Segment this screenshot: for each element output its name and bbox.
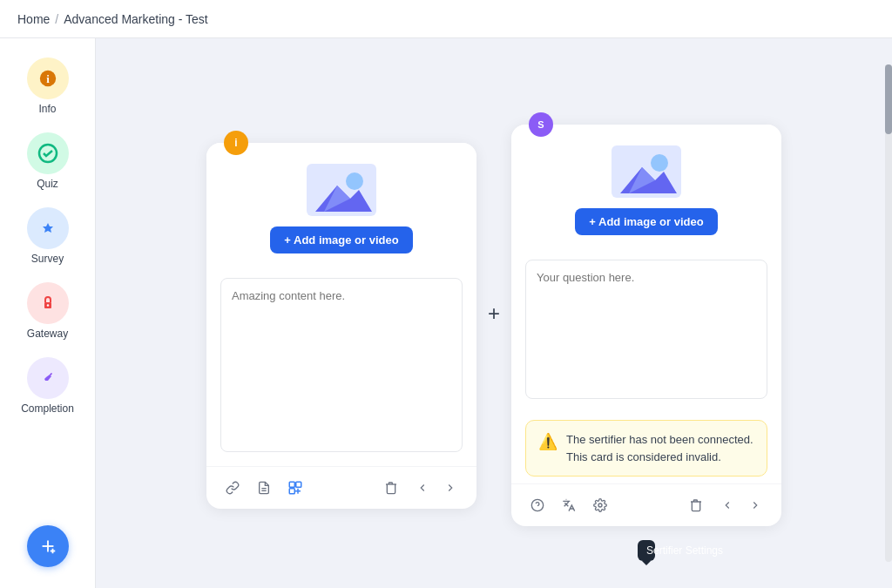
gateway-icon: [27, 282, 69, 324]
info-card-image-placeholder: [307, 164, 376, 216]
info-card-footer: [206, 466, 476, 509]
scrollbar[interactable]: [885, 64, 892, 562]
svg-rect-20: [289, 482, 294, 487]
info-delete-button[interactable]: [379, 476, 403, 500]
sertifier-card-nav: [715, 493, 767, 517]
sertifier-content-textarea[interactable]: [525, 260, 767, 399]
sidebar-item-survey[interactable]: Survey: [10, 202, 86, 270]
link-icon[interactable]: [220, 476, 245, 500]
survey-icon: [27, 207, 69, 249]
main-canvas: i + Add image or video: [96, 38, 892, 588]
help-icon[interactable]: [525, 493, 550, 517]
sertifier-settings-tooltip: Sertifier Settings: [638, 540, 655, 561]
sidebar-item-survey-label: Survey: [31, 253, 64, 265]
sidebar-item-info-label: Info: [38, 103, 56, 115]
sertifier-card-image-area: + Add image or video: [511, 125, 781, 249]
add-element-icon[interactable]: [283, 476, 307, 500]
sertifier-settings-icon[interactable]: [588, 493, 612, 517]
sertifier-card-content: [511, 249, 781, 413]
svg-rect-21: [296, 482, 301, 487]
sertifier-delete-button[interactable]: [684, 493, 708, 517]
svg-point-15: [346, 172, 363, 190]
warning-icon: ⚠️: [538, 432, 558, 451]
info-card-image-area: + Add image or video: [206, 143, 476, 267]
quiz-icon: [27, 132, 69, 174]
pdf-icon[interactable]: [252, 476, 276, 500]
sidebar-item-gateway[interactable]: Gateway: [10, 277, 86, 345]
sidebar-item-completion[interactable]: Completion: [10, 352, 86, 420]
info-card-content: [206, 267, 476, 466]
add-connection-button[interactable]: +: [476, 301, 511, 326]
layout: i Info Quiz Survey: [0, 38, 892, 588]
sidebar-item-gateway-label: Gateway: [27, 328, 68, 340]
translate-icon[interactable]: [557, 493, 581, 517]
info-card: + Add image or video: [206, 143, 476, 509]
info-content-textarea[interactable]: [220, 278, 463, 452]
sertifier-add-media-button[interactable]: + Add image or video: [575, 208, 717, 235]
sidebar-item-completion-label: Completion: [21, 402, 74, 415]
info-prev-button[interactable]: [410, 476, 435, 500]
sertifier-prev-button[interactable]: [715, 493, 740, 517]
sertifier-card-image-placeholder: [612, 145, 681, 198]
add-card-button[interactable]: [27, 525, 69, 567]
svg-text:i: i: [46, 73, 50, 85]
sertifier-warning-box: ⚠️ The sertifier has not been connected.…: [525, 420, 767, 476]
header-separator: /: [55, 12, 58, 26]
svg-point-31: [598, 504, 602, 507]
svg-rect-22: [289, 488, 294, 493]
header-home-link[interactable]: Home: [17, 12, 50, 26]
sidebar-item-info[interactable]: i Info: [10, 52, 86, 120]
info-card-wrapper: i + Add image or video: [206, 131, 476, 509]
info-add-media-button[interactable]: + Add image or video: [270, 226, 412, 253]
sidebar-item-quiz[interactable]: Quiz: [10, 127, 86, 195]
sertifier-card-wrapper: S + Add image or video: [511, 112, 781, 526]
header-page-title: Advanced Marketing - Test: [64, 12, 208, 26]
info-next-button[interactable]: [438, 476, 463, 500]
sertifier-next-button[interactable]: [743, 493, 767, 517]
sertifier-card: + Add image or video ⚠️ The sertifier ha…: [511, 125, 781, 526]
header: Home / Advanced Marketing - Test: [0, 0, 892, 38]
svg-point-26: [651, 154, 668, 172]
svg-point-7: [46, 304, 48, 306]
sidebar-item-quiz-label: Quiz: [37, 178, 58, 190]
sidebar: i Info Quiz Survey: [0, 38, 96, 588]
sertifier-card-badge: S: [529, 112, 553, 137]
sertifier-card-footer: [511, 483, 781, 526]
sertifier-warning-text: The sertifier has not been connected. Th…: [566, 431, 754, 465]
info-icon: i: [27, 57, 69, 99]
completion-icon: [27, 357, 69, 399]
scrollbar-thumb[interactable]: [885, 64, 892, 134]
info-card-nav: [410, 476, 463, 500]
info-card-badge: i: [224, 131, 248, 155]
